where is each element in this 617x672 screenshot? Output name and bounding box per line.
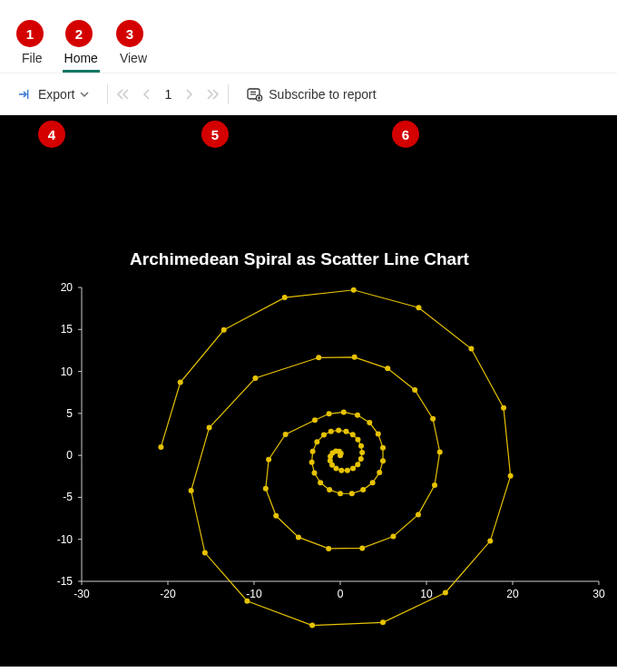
svg-point-102 [309,623,315,628]
subscribe-button[interactable]: Subscribe to report [238,83,385,105]
svg-text:-10: -10 [246,588,262,600]
svg-point-113 [178,380,183,385]
svg-point-51 [350,465,356,471]
svg-point-88 [390,533,396,539]
svg-point-109 [416,305,421,310]
svg-text:-5: -5 [63,491,73,503]
svg-point-63 [310,449,316,454]
svg-point-98 [207,425,212,431]
svg-point-103 [380,619,386,625]
svg-point-56 [355,437,360,443]
svg-point-64 [309,460,315,465]
svg-point-81 [283,432,289,437]
paginator: 1 [117,87,219,102]
svg-text:5: 5 [66,407,73,420]
svg-point-55 [358,443,364,449]
svg-point-96 [316,355,321,360]
callout-4: 4 [38,121,65,148]
separator [107,84,108,104]
svg-point-89 [416,511,421,517]
svg-point-85 [296,534,301,540]
svg-point-62 [314,439,319,444]
svg-point-101 [244,599,250,604]
svg-text:15: 15 [61,323,73,336]
svg-point-61 [321,432,327,437]
svg-point-71 [370,480,376,485]
svg-point-72 [377,470,382,475]
report-canvas: 4 5 6 Archimedean Spiral as Scatter Line… [0,115,617,667]
tab-file[interactable]: File [11,45,54,73]
svg-point-60 [328,429,334,434]
svg-point-84 [273,513,279,519]
svg-point-107 [501,405,506,411]
svg-point-92 [430,416,436,422]
svg-point-48 [333,465,338,471]
svg-point-59 [336,427,341,433]
tab-home[interactable]: Home [54,45,109,73]
export-button[interactable]: Export [9,83,98,105]
chevron-down-icon [80,90,89,99]
callout-2: 2 [65,20,93,47]
svg-point-66 [318,480,323,485]
svg-point-65 [312,471,318,476]
svg-text:-20: -20 [160,588,176,600]
callout-5: 5 [201,121,229,148]
svg-point-52 [355,462,360,467]
export-label: Export [38,87,74,102]
svg-point-78 [341,409,347,414]
svg-point-57 [350,432,356,437]
page-prev-icon[interactable] [142,89,152,100]
svg-point-114 [158,444,163,450]
svg-point-112 [221,327,227,333]
svg-point-93 [412,387,417,393]
svg-point-79 [327,411,332,416]
svg-point-68 [338,491,343,496]
svg-point-69 [349,491,355,496]
svg-point-97 [252,375,258,381]
subscribe-label: Subscribe to report [269,87,376,102]
svg-point-83 [263,486,269,492]
svg-point-110 [351,287,357,293]
svg-point-95 [352,355,357,360]
svg-text:0: 0 [338,588,344,600]
svg-point-90 [432,482,437,488]
svg-text:10: 10 [420,588,433,600]
page-next-icon[interactable] [184,89,193,100]
svg-text:30: 30 [593,588,605,600]
callout-3: 3 [116,20,143,47]
svg-text:10: 10 [61,365,73,378]
export-icon [18,88,33,101]
toolbar: Export 1 Subscribe to report [0,73,617,115]
svg-point-86 [326,546,331,551]
page-last-icon[interactable] [206,89,219,100]
svg-point-100 [202,550,208,556]
svg-point-76 [367,420,372,425]
svg-rect-1 [27,90,28,99]
tab-view[interactable]: View [109,45,158,73]
svg-point-67 [327,487,332,492]
svg-point-99 [189,488,194,493]
svg-text:-10: -10 [57,533,73,546]
svg-text:-30: -30 [73,588,90,600]
svg-point-73 [380,458,386,463]
svg-point-111 [282,295,288,300]
svg-text:-15: -15 [57,575,73,588]
separator [228,84,229,104]
svg-point-108 [468,346,474,352]
svg-point-77 [355,413,360,418]
app-tabs: File Home View [0,0,617,73]
svg-text:0: 0 [66,449,73,462]
svg-point-53 [358,456,364,462]
subscribe-icon [247,87,263,102]
callout-6: 6 [392,121,419,148]
page-current: 1 [164,87,171,102]
svg-text:20: 20 [506,588,519,600]
svg-point-94 [385,365,390,371]
svg-point-105 [487,539,493,544]
scatter-chart: -15-10-505101520-30-20-100102030 [0,115,617,667]
svg-text:20: 20 [61,281,73,294]
callout-1: 1 [16,20,44,47]
svg-point-80 [312,417,318,423]
svg-point-106 [508,473,514,479]
page-first-icon[interactable] [117,89,130,100]
